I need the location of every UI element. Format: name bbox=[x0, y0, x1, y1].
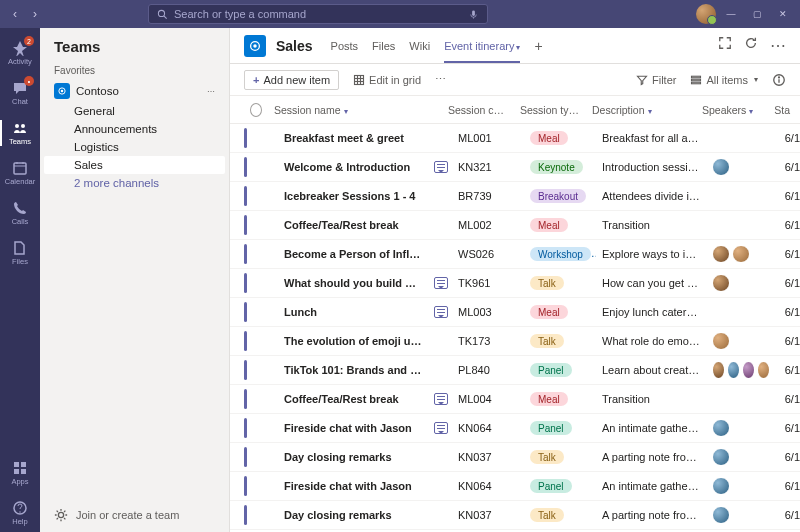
expand-icon[interactable] bbox=[718, 36, 732, 50]
search-input[interactable]: Search or type a command bbox=[148, 4, 488, 24]
tab-wiki[interactable]: Wiki bbox=[409, 30, 430, 62]
conversation-icon[interactable] bbox=[434, 161, 448, 173]
type-badge: Meal bbox=[530, 218, 568, 232]
cell-code: BR739 bbox=[452, 190, 524, 202]
conversation-icon[interactable] bbox=[434, 422, 448, 434]
rail-activity[interactable]: Activity2 bbox=[0, 34, 40, 72]
table-row[interactable]: What should you build next? TK961 Talk H… bbox=[230, 269, 800, 298]
nav-forward[interactable]: › bbox=[26, 5, 44, 23]
table-row[interactable]: Coffee/Tea/Rest break ML002 Meal Transit… bbox=[230, 211, 800, 240]
speaker-avatar[interactable] bbox=[712, 448, 730, 466]
add-new-item-button[interactable]: +Add new item bbox=[244, 70, 339, 90]
col-description[interactable]: Description▾ bbox=[586, 104, 696, 116]
speaker-avatar[interactable] bbox=[712, 332, 730, 350]
rail-files[interactable]: Files bbox=[0, 234, 40, 272]
table-row[interactable]: Coffee/Tea/Rest break ML004 Meal Transit… bbox=[230, 385, 800, 414]
rail-chat[interactable]: Chat• bbox=[0, 74, 40, 112]
table-row[interactable]: Fireside chat with Jason KN064 Panel An … bbox=[230, 414, 800, 443]
cell-sta: 6/1 bbox=[776, 277, 800, 289]
table-row[interactable]: Breakfast meet & greet ML001 Meal Breakf… bbox=[230, 124, 800, 153]
cell-name: Fireside chat with Jason bbox=[278, 480, 428, 492]
nav-back[interactable]: ‹ bbox=[6, 5, 24, 23]
tab-posts[interactable]: Posts bbox=[331, 30, 359, 62]
cell-code: KN064 bbox=[452, 422, 524, 434]
cell-name: Breakfast meet & greet bbox=[278, 132, 428, 144]
speaker-avatar[interactable] bbox=[712, 419, 730, 437]
table-row[interactable]: Day closing remarks KN037 Talk A parting… bbox=[230, 501, 800, 530]
speaker-avatar[interactable] bbox=[732, 245, 750, 263]
cell-code: ML002 bbox=[452, 219, 524, 231]
conversation-icon[interactable] bbox=[434, 393, 448, 405]
table-row[interactable]: Day closing remarks KN037 Talk A parting… bbox=[230, 443, 800, 472]
cell-sta: 6/1 bbox=[776, 306, 800, 318]
team-menu-icon[interactable]: ⋯ bbox=[207, 87, 215, 96]
cell-desc: Learn about creating ... bbox=[596, 364, 706, 376]
team-icon bbox=[54, 83, 70, 99]
col-speakers[interactable]: Speakers▾ bbox=[696, 104, 766, 116]
type-badge: Panel bbox=[530, 363, 572, 377]
select-all[interactable] bbox=[250, 103, 262, 117]
conversation-icon[interactable] bbox=[434, 277, 448, 289]
table-row[interactable]: Welcome & Introduction KN321 Keynote Int… bbox=[230, 153, 800, 182]
view-selector[interactable]: All items▾ bbox=[690, 74, 758, 86]
speaker-avatar[interactable] bbox=[712, 158, 730, 176]
col-sta[interactable]: Sta bbox=[766, 104, 796, 116]
col-session-code[interactable]: Session code▾ bbox=[442, 104, 514, 116]
rail-teams[interactable]: Teams bbox=[0, 114, 40, 152]
conversation-icon[interactable] bbox=[434, 306, 448, 318]
refresh-icon[interactable] bbox=[744, 36, 758, 50]
user-avatar[interactable] bbox=[696, 4, 716, 24]
channel-announcements[interactable]: Announcements bbox=[40, 120, 229, 138]
svg-rect-9 bbox=[14, 462, 19, 467]
channel-general[interactable]: General bbox=[40, 102, 229, 120]
col-session-type[interactable]: Session type▾ bbox=[514, 104, 586, 116]
rail-help[interactable]: Help bbox=[0, 494, 40, 532]
table-row[interactable]: TikTok 101: Brands and Influe... PL840 P… bbox=[230, 356, 800, 385]
info-icon[interactable] bbox=[772, 73, 786, 87]
svg-point-16 bbox=[61, 90, 64, 93]
rail-apps[interactable]: Apps bbox=[0, 454, 40, 492]
table-row[interactable]: Fireside chat with Jason KN064 Panel An … bbox=[230, 472, 800, 501]
cell-sta: 6/1 bbox=[776, 509, 800, 521]
cell-code: KN037 bbox=[452, 451, 524, 463]
cell-sta: 6/1 bbox=[776, 451, 800, 463]
cell-name: Coffee/Tea/Rest break bbox=[278, 393, 428, 405]
speaker-avatar[interactable] bbox=[742, 361, 755, 379]
channel-sales[interactable]: Sales bbox=[44, 156, 225, 174]
speaker-avatar[interactable] bbox=[757, 361, 770, 379]
table-row[interactable]: The evolution of emoji usag... TK173 Tal… bbox=[230, 327, 800, 356]
svg-point-3 bbox=[15, 124, 19, 128]
speaker-avatar[interactable] bbox=[712, 274, 730, 292]
cell-code: TK961 bbox=[452, 277, 524, 289]
speaker-avatar[interactable] bbox=[727, 361, 740, 379]
join-create-team[interactable]: Join or create a team bbox=[40, 498, 229, 532]
tab-files[interactable]: Files bbox=[372, 30, 395, 62]
window-minimize[interactable]: — bbox=[720, 4, 742, 24]
speaker-avatar[interactable] bbox=[712, 361, 725, 379]
window-close[interactable]: ✕ bbox=[772, 4, 794, 24]
search-placeholder: Search or type a command bbox=[174, 8, 306, 20]
channel-more[interactable]: 2 more channels bbox=[40, 174, 229, 192]
speaker-avatar[interactable] bbox=[712, 477, 730, 495]
speaker-avatar[interactable] bbox=[712, 245, 730, 263]
table-row[interactable]: Become a Person of Influence WS026 Works… bbox=[230, 240, 800, 269]
tab-event-itinerary[interactable]: Event itinerary▾ bbox=[444, 30, 520, 62]
cell-sta: 6/1 bbox=[776, 161, 800, 173]
rail-calls[interactable]: Calls bbox=[0, 194, 40, 232]
team-contoso[interactable]: Contoso ⋯ bbox=[40, 80, 229, 102]
more-icon[interactable]: ⋯ bbox=[770, 36, 786, 55]
toolbar-more[interactable]: ⋯ bbox=[435, 73, 447, 86]
table-row[interactable]: Lunch ML003 Meal Enjoy lunch catered b..… bbox=[230, 298, 800, 327]
rail-calendar[interactable]: Calendar bbox=[0, 154, 40, 192]
mic-icon[interactable] bbox=[468, 9, 479, 20]
cell-desc: Breakfast for all atten... bbox=[596, 132, 706, 144]
edit-in-grid-button[interactable]: Edit in grid bbox=[353, 74, 421, 86]
speaker-avatar[interactable] bbox=[712, 506, 730, 524]
filter-button[interactable]: Filter bbox=[636, 74, 676, 86]
channel-logistics[interactable]: Logistics bbox=[40, 138, 229, 156]
window-maximize[interactable]: ▢ bbox=[746, 4, 768, 24]
col-session-name[interactable]: Session name▾ bbox=[268, 104, 418, 116]
table-row[interactable]: Icebreaker Sessions 1 - 4 BR739 Breakout… bbox=[230, 182, 800, 211]
add-tab-button[interactable]: + bbox=[530, 38, 546, 54]
type-badge: Keynote bbox=[530, 160, 583, 174]
